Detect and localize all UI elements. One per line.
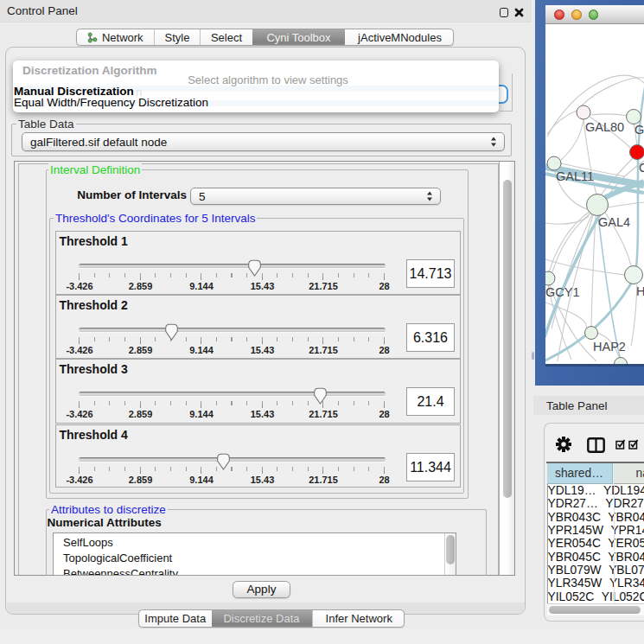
svg-text:H: H [636, 284, 644, 298]
svg-text:GAL11: GAL11 [556, 169, 594, 183]
svg-text:CD: CD [639, 161, 644, 175]
svg-text:GAL80: GAL80 [585, 120, 624, 134]
svg-text:GCY1: GCY1 [545, 285, 580, 299]
svg-text:GAL4: GAL4 [598, 215, 630, 229]
svg-text:HAP2: HAP2 [593, 340, 626, 354]
svg-text:GAL3: GAL3 [634, 123, 644, 137]
